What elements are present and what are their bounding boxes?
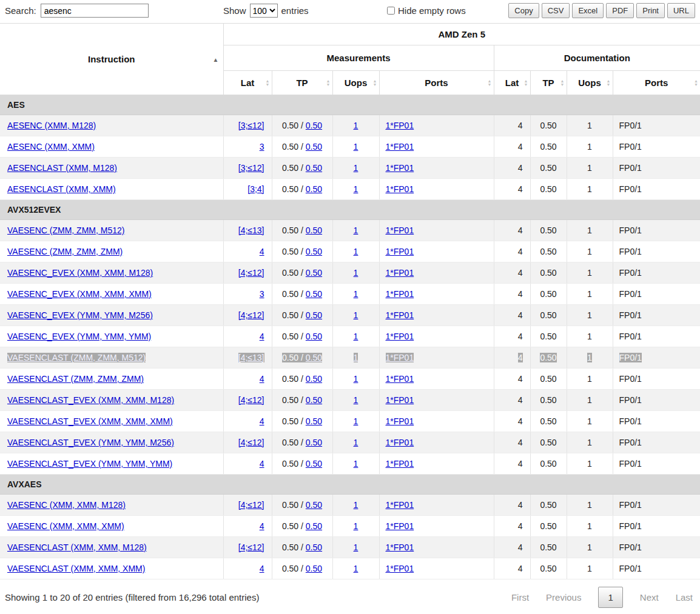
ports-measured-link[interactable]: 1*FP01 xyxy=(386,353,414,362)
print-button[interactable]: Print xyxy=(636,3,665,18)
instruction-link[interactable]: VAESENC_EVEX (YMM, YMM, YMM) xyxy=(7,332,151,341)
lat-measured-link[interactable]: 4 xyxy=(260,521,264,531)
uops-measured-link[interactable]: 1 xyxy=(354,564,358,573)
tp-measured-link[interactable]: 0.50 xyxy=(306,459,322,469)
hide-empty-rows-checkbox[interactable] xyxy=(387,7,395,15)
ports-measured-link[interactable]: 1*FP01 xyxy=(386,268,414,278)
lat-measured-link[interactable]: [4;≤12] xyxy=(238,310,264,320)
column-header-instruction[interactable]: Instruction ▲ xyxy=(0,24,223,95)
lat-measured-link[interactable]: 4 xyxy=(260,247,264,256)
tp-measured-link[interactable]: 0.50 xyxy=(306,521,322,531)
column-header-uops-measured[interactable]: Uops▲▼ xyxy=(332,71,379,95)
column-header-tp-measured[interactable]: TP▲▼ xyxy=(272,71,332,95)
lat-measured-link[interactable]: 4 xyxy=(260,374,264,384)
column-header-ports-doc[interactable]: Ports▲▼ xyxy=(613,71,700,95)
lat-measured-link[interactable]: [4;≤12] xyxy=(238,395,264,405)
lat-measured-link[interactable]: 4 xyxy=(260,416,264,426)
lat-measured-link[interactable]: 3 xyxy=(260,289,264,299)
lat-measured-link[interactable]: [3;4] xyxy=(247,184,264,194)
ports-measured-link[interactable]: 1*FP01 xyxy=(386,564,414,573)
lat-measured-link[interactable]: [4;≤12] xyxy=(238,438,264,447)
ports-measured-link[interactable]: 1*FP01 xyxy=(386,247,414,256)
instruction-link[interactable]: VAESENC (XMM, XMM, XMM) xyxy=(7,521,124,531)
instruction-link[interactable]: VAESENC_EVEX (YMM, YMM, M256) xyxy=(7,310,153,320)
uops-measured-link[interactable]: 1 xyxy=(354,225,358,235)
uops-measured-link[interactable]: 1 xyxy=(354,438,358,447)
lat-measured-link[interactable]: 4 xyxy=(260,332,264,341)
lat-measured-link[interactable]: [4;≤12] xyxy=(238,500,264,510)
page-previous-button[interactable]: Previous xyxy=(546,592,581,602)
lat-measured-link[interactable]: [4;≤12] xyxy=(238,542,264,552)
lat-measured-link[interactable]: 3 xyxy=(260,142,264,152)
ports-measured-link[interactable]: 1*FP01 xyxy=(386,395,414,405)
uops-measured-link[interactable]: 1 xyxy=(354,289,358,299)
tp-measured-link[interactable]: 0.50 xyxy=(306,225,322,235)
instruction-link[interactable]: VAESENC_EVEX (XMM, XMM, M128) xyxy=(7,268,153,278)
instruction-link[interactable]: VAESENC (XMM, XMM, M128) xyxy=(7,500,126,510)
copy-button[interactable]: Copy xyxy=(508,3,539,18)
uops-measured-link[interactable]: 1 xyxy=(354,163,358,173)
column-header-lat-doc[interactable]: Lat▲▼ xyxy=(494,71,530,95)
ports-measured-link[interactable]: 1*FP01 xyxy=(386,142,414,152)
ports-measured-link[interactable]: 1*FP01 xyxy=(386,121,414,130)
ports-measured-link[interactable]: 1*FP01 xyxy=(386,310,414,320)
ports-measured-link[interactable]: 1*FP01 xyxy=(386,225,414,235)
ports-measured-link[interactable]: 1*FP01 xyxy=(386,521,414,531)
instruction-link[interactable]: VAESENCLAST (XMM, XMM, M128) xyxy=(7,542,147,552)
uops-measured-link[interactable]: 1 xyxy=(354,332,358,341)
tp-measured-link[interactable]: 0.50 xyxy=(306,353,322,362)
page-last-button[interactable]: Last xyxy=(676,592,693,602)
ports-measured-link[interactable]: 1*FP01 xyxy=(386,438,414,447)
lat-measured-link[interactable]: 4 xyxy=(260,564,264,573)
uops-measured-link[interactable]: 1 xyxy=(354,542,358,552)
tp-measured-link[interactable]: 0.50 xyxy=(306,438,322,447)
tp-measured-link[interactable]: 0.50 xyxy=(306,163,322,173)
lat-measured-link[interactable]: [4;≤12] xyxy=(238,268,264,278)
uops-measured-link[interactable]: 1 xyxy=(354,500,358,510)
instruction-link[interactable]: VAESENC (ZMM, ZMM, M512) xyxy=(7,225,124,235)
tp-measured-link[interactable]: 0.50 xyxy=(306,121,322,130)
instruction-link[interactable]: VAESENCLAST_EVEX (XMM, XMM, XMM) xyxy=(7,416,173,426)
tp-measured-link[interactable]: 0.50 xyxy=(306,416,322,426)
excel-button[interactable]: Excel xyxy=(572,3,604,18)
tp-measured-link[interactable]: 0.50 xyxy=(306,500,322,510)
uops-measured-link[interactable]: 1 xyxy=(354,142,358,152)
ports-measured-link[interactable]: 1*FP01 xyxy=(386,416,414,426)
instruction-link[interactable]: VAESENCLAST_EVEX (XMM, XMM, M128) xyxy=(7,395,174,405)
column-header-ports-measured[interactable]: Ports▲▼ xyxy=(379,71,494,95)
lat-measured-link[interactable]: [3;≤12] xyxy=(238,121,264,130)
instruction-link[interactable]: VAESENCLAST (ZMM, ZMM, ZMM) xyxy=(7,374,144,384)
ports-measured-link[interactable]: 1*FP01 xyxy=(386,163,414,173)
uops-measured-link[interactable]: 1 xyxy=(354,310,358,320)
uops-measured-link[interactable]: 1 xyxy=(354,268,358,278)
ports-measured-link[interactable]: 1*FP01 xyxy=(386,184,414,194)
uops-measured-link[interactable]: 1 xyxy=(354,395,358,405)
uops-measured-link[interactable]: 1 xyxy=(354,247,358,256)
uops-measured-link[interactable]: 1 xyxy=(354,459,358,469)
tp-measured-link[interactable]: 0.50 xyxy=(306,542,322,552)
lat-measured-link[interactable]: [3;≤12] xyxy=(238,163,264,173)
instruction-link[interactable]: VAESENCLAST_EVEX (YMM, YMM, M256) xyxy=(7,438,174,447)
page-next-button[interactable]: Next xyxy=(640,592,659,602)
instruction-link[interactable]: VAESENC (ZMM, ZMM, ZMM) xyxy=(7,247,123,256)
tp-measured-link[interactable]: 0.50 xyxy=(306,310,322,320)
instruction-link[interactable]: VAESENC_EVEX (XMM, XMM, XMM) xyxy=(7,289,152,299)
ports-measured-link[interactable]: 1*FP01 xyxy=(386,459,414,469)
instruction-link[interactable]: AESENC (XMM, XMM) xyxy=(7,142,95,152)
uops-measured-link[interactable]: 1 xyxy=(354,353,358,362)
instruction-link[interactable]: AESENCLAST (XMM, XMM) xyxy=(7,184,116,194)
uops-measured-link[interactable]: 1 xyxy=(354,184,358,194)
lat-measured-link[interactable]: [4;≤13] xyxy=(238,225,264,235)
instruction-link[interactable]: AESENCLAST (XMM, M128) xyxy=(7,163,117,173)
tp-measured-link[interactable]: 0.50 xyxy=(306,332,322,341)
uops-measured-link[interactable]: 1 xyxy=(354,121,358,130)
tp-measured-link[interactable]: 0.50 xyxy=(306,184,322,194)
pdf-button[interactable]: PDF xyxy=(606,3,634,18)
tp-measured-link[interactable]: 0.50 xyxy=(306,142,322,152)
tp-measured-link[interactable]: 0.50 xyxy=(306,247,322,256)
entries-select[interactable]: 100 xyxy=(250,4,278,18)
column-header-uops-doc[interactable]: Uops▲▼ xyxy=(567,71,613,95)
tp-measured-link[interactable]: 0.50 xyxy=(306,374,322,384)
csv-button[interactable]: CSV xyxy=(542,3,570,18)
uops-measured-link[interactable]: 1 xyxy=(354,416,358,426)
